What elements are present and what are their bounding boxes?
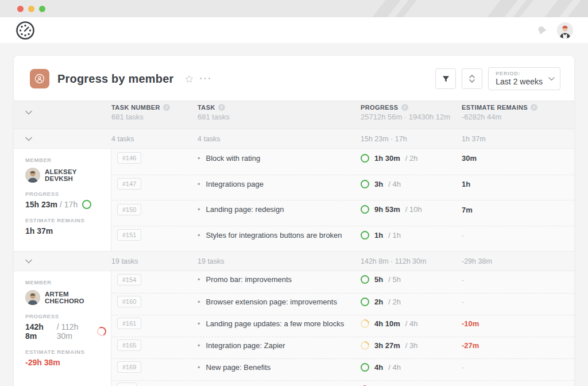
task-name[interactable]: Promo bar: improvements xyxy=(206,275,292,284)
progress-ring-icon xyxy=(82,200,91,209)
progress-ring-icon xyxy=(359,318,371,330)
group-task-count: 19 tasks xyxy=(111,257,198,265)
collapse-all-chevron-icon[interactable] xyxy=(14,110,111,115)
close-button[interactable] xyxy=(17,6,24,12)
info-icon[interactable]: i xyxy=(401,104,408,111)
group-chevron-icon[interactable] xyxy=(14,137,111,141)
filter-button[interactable] xyxy=(435,68,456,89)
progress-ring-icon xyxy=(361,275,369,284)
group-estimate-summary: -29h 38m xyxy=(462,257,574,265)
column-summary: 681 tasks xyxy=(111,113,198,121)
member-panel: MEMBER ALEKSEY DEVKSH PROGRESS 15h 23 xyxy=(14,149,111,251)
page-title: Progress by member xyxy=(57,72,174,86)
task-name[interactable]: Integration page: Zapier xyxy=(206,341,285,350)
member-progress-total: / 112h 30m xyxy=(57,322,92,341)
table-header-row: TASK NUMBERi 681 tasks TASKi 681 tasks P… xyxy=(14,101,574,129)
task-estimate-remains: - xyxy=(462,363,464,372)
member-label: MEMBER xyxy=(25,279,106,285)
task-name[interactable]: Styles for integrations buttons are brok… xyxy=(206,231,342,240)
task-estimate-remains: 30m xyxy=(462,154,477,163)
task-progress-done: 1h xyxy=(374,231,383,240)
bullet-icon: • xyxy=(198,231,200,240)
column-header-progress[interactable]: PROGRESSi 25712h 56m · 19430h 12m xyxy=(361,104,462,121)
task-name[interactable]: New page: Benefits xyxy=(206,363,271,372)
task-row[interactable]: #161 • Landing page updates: a few more … xyxy=(111,315,574,337)
task-row[interactable]: #160 • Browser extension page: improveme… xyxy=(111,293,574,315)
task-name[interactable]: Block with rating xyxy=(206,154,261,163)
info-icon[interactable]: i xyxy=(163,104,170,111)
task-name[interactable]: Browser extension page: improvements xyxy=(206,298,337,306)
task-number-chip: #160 xyxy=(117,296,141,307)
progress-label: PROGRESS xyxy=(25,313,106,319)
member-estimate-remains: 1h 37m xyxy=(25,226,106,236)
task-row[interactable]: #151 • Styles for integrations buttons a… xyxy=(111,226,574,252)
task-progress-total: / 10h xyxy=(405,205,422,214)
task-progress-done: 3h xyxy=(374,180,383,188)
task-name[interactable]: Landing page: redesign xyxy=(206,205,284,214)
task-progress-done: 2h xyxy=(374,298,383,306)
task-progress-done: 1h 30m xyxy=(374,154,400,163)
member-avatar[interactable] xyxy=(25,168,40,183)
zoom-button[interactable] xyxy=(39,6,45,12)
progress-ring-icon xyxy=(361,231,369,240)
expand-collapse-button[interactable] xyxy=(462,68,482,89)
task-row[interactable]: #146 • Block with rating 1h 30m / 2h 30m xyxy=(111,149,574,175)
user-avatar[interactable] xyxy=(557,22,573,38)
task-number-chip: #147 xyxy=(117,178,141,190)
member-label: MEMBER xyxy=(25,157,106,163)
task-row[interactable]: #147 • Integrations page 3h / 4h 1h xyxy=(111,175,574,200)
task-progress-done: 4h xyxy=(374,363,383,372)
column-summary: -6282h 44m xyxy=(462,113,574,121)
progress-ring-icon xyxy=(361,298,369,306)
timer-logo-icon[interactable] xyxy=(15,20,36,41)
progress-ring-icon xyxy=(96,326,107,337)
progress-ring-icon xyxy=(361,154,369,163)
bullet-icon: • xyxy=(198,319,200,328)
bullet-icon: • xyxy=(198,180,200,188)
task-progress-total: / 4h xyxy=(388,180,401,188)
group-summary-row[interactable]: 19 tasks 19 tasks 142h 8m · 112h 30m -29… xyxy=(14,252,574,271)
task-estimate-remains: -10m xyxy=(462,319,479,328)
info-icon[interactable]: i xyxy=(218,104,225,111)
favorite-star-icon[interactable] xyxy=(184,74,194,84)
task-progress-done: 3h 27m xyxy=(374,341,400,350)
member-name[interactable]: ALEKSEY DEVKSH xyxy=(45,168,106,182)
app-header xyxy=(0,17,588,43)
report-card: Progress by member ··· xyxy=(14,56,574,386)
task-row[interactable]: #150 • Landing page: redesign 9h 53m / 1… xyxy=(111,200,574,226)
bullet-icon: • xyxy=(198,154,200,163)
member-panel: MEMBER ARTEM CHECHORO PROGRESS 142h 8 xyxy=(14,271,111,386)
member-avatar[interactable] xyxy=(25,290,40,305)
column-header-task-number[interactable]: TASK NUMBERi 681 tasks xyxy=(111,104,198,121)
task-row[interactable]: #165 • Integration page: Zapier 3h 27m /… xyxy=(111,337,574,358)
group-summary-row[interactable]: 4 tasks 4 tasks 15h 23m · 17h 1h 37m xyxy=(14,129,574,149)
period-value: Last 2 weeks xyxy=(496,77,543,86)
bullet-icon: • xyxy=(198,341,200,350)
more-options-icon[interactable]: ··· xyxy=(200,74,212,84)
task-row[interactable]: #169 • New page: Benefits 4h / 4h - xyxy=(111,358,574,380)
column-header-estimate-remains[interactable]: ESTIMATE REMAINSi -6282h 44m xyxy=(462,104,574,121)
member-group: 4 tasks 4 tasks 15h 23m · 17h 1h 37m MEM… xyxy=(14,129,574,252)
task-name[interactable]: Landing page updates: a few more blocks xyxy=(206,319,345,328)
notification-bell-icon[interactable] xyxy=(536,25,548,36)
task-row[interactable]: • xyxy=(111,380,574,386)
group-chevron-icon[interactable] xyxy=(14,259,111,264)
progress-ring-icon xyxy=(361,180,369,188)
chevron-down-icon xyxy=(548,77,555,81)
task-row[interactable]: #154 • Promo bar: improvements 5h / 5h - xyxy=(111,271,574,293)
bullet-icon: • xyxy=(198,363,200,372)
bullet-icon: • xyxy=(198,205,200,214)
group-progress-summary: 15h 23m · 17h xyxy=(361,135,462,143)
estimate-remains-label: ESTIMATE REMAINS xyxy=(25,217,106,223)
progress-ring-icon xyxy=(361,363,369,372)
task-progress-total: / 4h xyxy=(388,363,401,372)
info-icon[interactable]: i xyxy=(531,104,537,111)
period-dropdown[interactable]: PERIOD: Last 2 weeks xyxy=(488,67,560,90)
member-progress-done: 142h 8m xyxy=(25,322,55,341)
minimize-button[interactable] xyxy=(28,6,34,12)
task-name[interactable]: Integrations page xyxy=(206,180,264,188)
group-task-count: 4 tasks xyxy=(111,135,198,143)
progress-ring-icon xyxy=(361,205,369,214)
member-name[interactable]: ARTEM CHECHORO xyxy=(45,291,106,304)
column-header-task[interactable]: TASKi 681 tasks xyxy=(198,104,361,121)
